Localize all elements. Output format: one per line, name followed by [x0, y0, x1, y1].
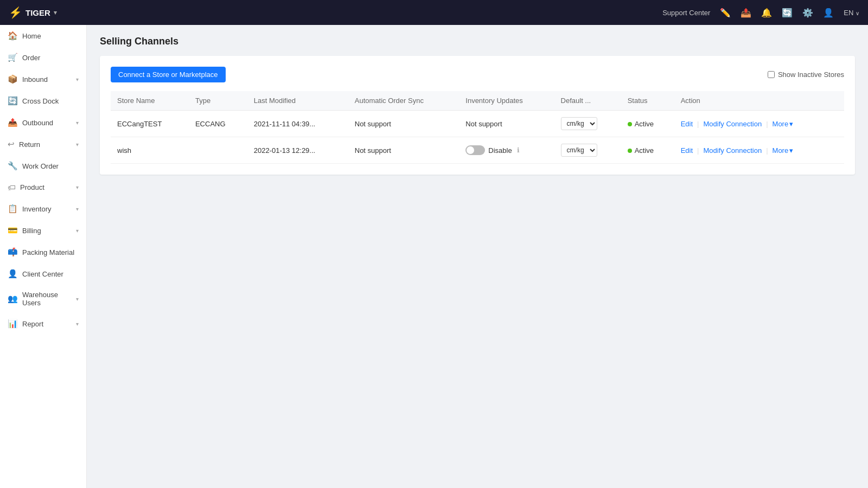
inventory-toggle-1[interactable] [465, 145, 485, 155]
store-name-0: ECCangTEST [111, 111, 189, 137]
col-header-store_name: Store Name [111, 91, 189, 111]
connect-store-button[interactable]: Connect a Store or Marketplace [111, 67, 226, 82]
more-btn-0[interactable]: More ▾ [773, 120, 794, 128]
sidebar-arrow-product: ▾ [76, 184, 79, 190]
sidebar-item-inventory[interactable]: 📋 Inventory ▾ [0, 198, 86, 220]
sidebar-icon-inventory: 📋 [8, 204, 18, 214]
sidebar-arrow-outbound: ▾ [76, 120, 79, 126]
settings-icon[interactable]: ⚙️ [802, 8, 813, 18]
status-dot-1 [628, 149, 632, 153]
sidebar-icon-client: 👤 [8, 269, 18, 279]
edit-link-1[interactable]: Edit [681, 146, 693, 155]
sidebar-label-crossdock: Cross Dock [22, 97, 79, 105]
sidebar-label-inbound: Inbound [22, 75, 72, 84]
sidebar-item-crossdock[interactable]: 🔄 Cross Dock [0, 90, 86, 112]
sidebar-item-home[interactable]: 🏠 Home [0, 25, 86, 47]
topnav-right: Support Center ✏️ 📤 🔔 🔄 ⚙️ 👤 EN ∨ [662, 8, 859, 18]
status-0: Active [621, 111, 674, 137]
sidebar-icon-workorder: 🔧 [8, 161, 18, 171]
user-icon[interactable]: 👤 [823, 8, 834, 18]
info-icon-1[interactable]: ℹ [517, 146, 520, 154]
refresh-icon[interactable]: 🔄 [782, 8, 793, 18]
lang-selector[interactable]: EN ∨ [844, 9, 859, 17]
sidebar: 🏠 Home 🛒 Order 📦 Inbound ▾ 🔄 Cross Dock … [0, 25, 87, 488]
sidebar-item-workorder[interactable]: 🔧 Work Order [0, 155, 86, 177]
sidebar-icon-warehouseusers: 👥 [8, 294, 18, 304]
default-unit-0[interactable]: cm/kg [554, 111, 621, 137]
show-inactive-checkbox[interactable] [768, 71, 775, 78]
sidebar-item-warehouseusers[interactable]: 👥 Warehouse Users ▾ [0, 285, 86, 313]
sidebar-label-outbound: Outbound [22, 119, 72, 127]
sidebar-icon-return: ↩ [8, 139, 15, 149]
col-header-type: Type [189, 91, 247, 111]
sidebar-arrow-inbound: ▾ [76, 76, 79, 82]
modify-connection-link-1[interactable]: Modify Connection [703, 146, 762, 155]
sidebar-arrow-inventory: ▾ [76, 206, 79, 212]
more-chevron-1: ▾ [789, 146, 793, 155]
sidebar-icon-product: 🏷 [8, 183, 16, 192]
sidebar-label-product: Product [20, 183, 72, 191]
sidebar-item-client[interactable]: 👤 Client Center [0, 263, 86, 285]
last-modified-1: 2022-01-13 12:29... [247, 137, 348, 164]
sidebar-item-packing[interactable]: 📫 Packing Material [0, 241, 86, 263]
sidebar-item-outbound[interactable]: 📤 Outbound ▾ [0, 112, 86, 133]
sidebar-item-inbound[interactable]: 📦 Inbound ▾ [0, 68, 86, 90]
sidebar-icon-report: 📊 [8, 319, 18, 329]
inventory-updates-1[interactable]: Disable ℹ [459, 137, 554, 164]
last-modified-0: 2021-11-11 04:39... [247, 111, 348, 137]
inventory-updates-0[interactable]: Not support [459, 111, 554, 137]
sidebar-label-return: Return [19, 140, 72, 149]
status-1: Active [621, 137, 674, 164]
edit-icon[interactable]: ✏️ [720, 8, 731, 18]
default-unit-1[interactable]: cm/kg [554, 137, 621, 164]
col-header-last_modified: Last Modified [247, 91, 348, 111]
sidebar-arrow-billing: ▾ [76, 228, 79, 234]
show-inactive-label[interactable]: Show Inactive Stores [768, 70, 844, 79]
sidebar-item-return[interactable]: ↩ Return ▾ [0, 133, 86, 155]
sidebar-icon-home: 🏠 [8, 31, 18, 41]
sidebar-icon-crossdock: 🔄 [8, 96, 18, 106]
brand-area[interactable]: ⚡ TIGER ▾ [9, 6, 57, 19]
sidebar-label-inventory: Inventory [22, 205, 72, 213]
toolbar: Connect a Store or Marketplace Show Inac… [111, 67, 844, 82]
bell-icon[interactable]: 🔔 [761, 8, 772, 18]
more-chevron-0: ▾ [789, 120, 793, 128]
sidebar-label-home: Home [22, 32, 79, 40]
brand-name: TIGER [25, 8, 50, 17]
support-center-link[interactable]: Support Center [662, 9, 710, 17]
brand-dropdown-icon[interactable]: ▾ [54, 9, 57, 16]
sidebar-item-product[interactable]: 🏷 Product ▾ [0, 177, 86, 198]
table-row: wish2022-01-13 12:29...Not support Disab… [111, 137, 844, 164]
sidebar-item-order[interactable]: 🛒 Order [0, 47, 86, 68]
sidebar-item-billing[interactable]: 💳 Billing ▾ [0, 220, 86, 241]
actions-0: Edit | Modify Connection | More ▾ [674, 111, 844, 137]
store-type-1 [189, 137, 247, 164]
default-select-1[interactable]: cm/kg [561, 144, 597, 157]
sidebar-arrow-return: ▾ [76, 142, 79, 147]
col-header-default: Default ... [554, 91, 621, 111]
status-label-1: Active [635, 146, 654, 155]
modify-connection-link-0[interactable]: Modify Connection [703, 120, 762, 128]
sidebar-label-warehouseusers: Warehouse Users [22, 291, 72, 307]
export-icon[interactable]: 📤 [741, 8, 751, 18]
sidebar-icon-packing: 📫 [8, 247, 18, 257]
edit-link-0[interactable]: Edit [681, 120, 693, 128]
col-header-action: Action [674, 91, 844, 111]
show-inactive-text: Show Inactive Stores [778, 70, 844, 79]
content-card: Connect a Store or Marketplace Show Inac… [100, 56, 855, 175]
table-wrap: Store NameTypeLast ModifiedAutomatic Ord… [111, 91, 844, 164]
col-header-inventory_updates: Inventory Updates [459, 91, 554, 111]
more-btn-1[interactable]: More ▾ [773, 146, 794, 155]
sidebar-icon-billing: 💳 [8, 226, 18, 235]
brand-logo: ⚡ [9, 6, 22, 19]
store-type-0: ECCANG [189, 111, 247, 137]
sidebar-label-billing: Billing [22, 227, 72, 235]
main-content: Selling Channels Connect a Store or Mark… [87, 25, 868, 488]
actions-1: Edit | Modify Connection | More ▾ [674, 137, 844, 164]
default-select-0[interactable]: cm/kg [561, 117, 597, 130]
auto-order-sync-1: Not support [348, 137, 459, 164]
sidebar-icon-inbound: 📦 [8, 74, 18, 84]
sidebar-item-report[interactable]: 📊 Report ▾ [0, 313, 86, 335]
sidebar-label-workorder: Work Order [22, 162, 79, 170]
sidebar-icon-outbound: 📤 [8, 118, 18, 127]
